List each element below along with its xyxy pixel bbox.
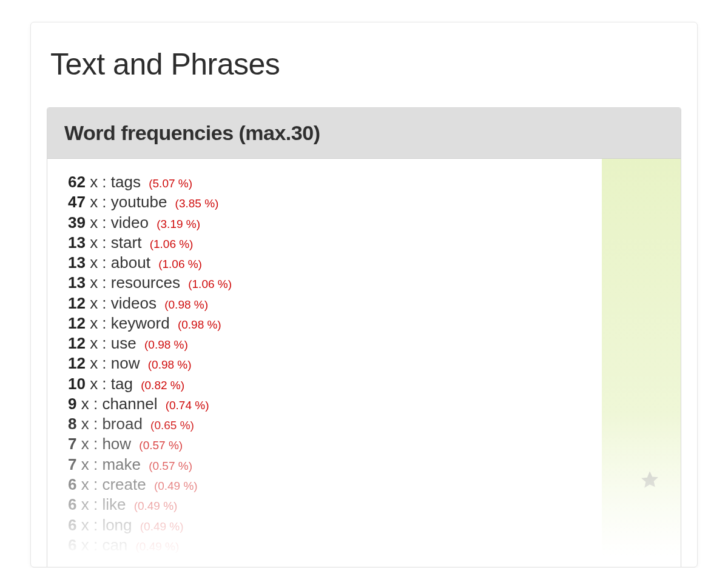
frequency-word: about xyxy=(111,253,150,272)
frequency-percent: (5.07 %) xyxy=(149,177,192,190)
frequency-word: channel xyxy=(102,395,157,413)
frequency-percent: (0.49 %) xyxy=(136,540,180,553)
frequency-separator: x : xyxy=(86,354,111,372)
frequency-row: 12 x : videos (0.98 %) xyxy=(68,293,596,313)
frequency-row: 8 x : broad (0.65 %) xyxy=(68,414,596,434)
frequency-count: 6 xyxy=(68,536,76,554)
frequency-percent: (0.49 %) xyxy=(140,520,184,533)
frequency-count: 12 xyxy=(68,334,86,352)
frequency-count: 10 xyxy=(68,375,86,393)
frequency-percent: (0.65 %) xyxy=(150,419,194,432)
frequency-percent: (3.19 %) xyxy=(157,218,200,230)
frequency-percent: (1.06 %) xyxy=(150,238,194,250)
frequency-row: 12 x : use (0.98 %) xyxy=(68,333,596,353)
frequency-word: use xyxy=(111,334,136,352)
frequency-row: 13 x : start (1.06 %) xyxy=(68,233,596,253)
panel-title: Word frequencies (max.30) xyxy=(47,108,681,159)
frequency-separator: x : xyxy=(86,334,111,352)
frequency-word: broad xyxy=(102,415,143,433)
frequency-separator: x : xyxy=(76,395,102,413)
word-frequencies-panel: Word frequencies (max.30) 62 x : tags (5… xyxy=(47,107,681,567)
frequency-word: video xyxy=(111,213,149,232)
frequency-percent: (1.06 %) xyxy=(158,258,202,270)
frequency-separator: x : xyxy=(86,294,111,312)
frequency-count: 6 xyxy=(68,495,76,513)
frequency-word: now xyxy=(111,354,140,372)
frequency-row: 6 x : can (0.49 %) xyxy=(68,535,596,555)
frequency-word: like xyxy=(102,495,126,513)
frequency-count: 47 xyxy=(68,193,86,211)
frequency-row: 6 x : create (0.49 %) xyxy=(68,475,596,495)
frequency-row: 6 x : like (0.49 %) xyxy=(68,495,596,515)
side-column xyxy=(602,159,681,567)
frequency-count: 6 xyxy=(68,475,76,493)
frequency-count: 12 xyxy=(68,294,86,312)
star-icon[interactable] xyxy=(639,469,660,490)
frequency-word: youtube xyxy=(111,193,167,211)
frequency-row: 12 x : now (0.98 %) xyxy=(68,353,596,373)
frequency-count: 13 xyxy=(68,273,86,292)
frequency-word: make xyxy=(102,455,141,473)
frequency-separator: x : xyxy=(86,213,111,232)
frequency-separator: x : xyxy=(86,173,111,191)
frequency-separator: x : xyxy=(86,193,111,211)
frequency-row: 9 x : channel (0.74 %) xyxy=(68,394,596,414)
frequency-list: 62 x : tags (5.07 %)47 x : youtube (3.85… xyxy=(47,159,602,567)
frequency-word: tag xyxy=(111,375,133,393)
frequency-word: long xyxy=(102,516,132,534)
frequency-count: 62 xyxy=(68,173,86,191)
frequency-count: 6 xyxy=(68,516,76,534)
frequency-separator: x : xyxy=(76,495,102,513)
frequency-word: tags xyxy=(111,173,141,191)
frequency-count: 8 xyxy=(68,415,76,433)
frequency-row: 7 x : make (0.57 %) xyxy=(68,455,596,475)
frequency-percent: (0.98 %) xyxy=(164,298,208,311)
frequency-percent: (0.57 %) xyxy=(149,459,192,472)
card: Text and Phrases Word frequencies (max.3… xyxy=(30,22,698,567)
frequency-word: start xyxy=(111,233,142,252)
frequency-word: videos xyxy=(111,294,157,312)
section-title: Text and Phrases xyxy=(31,22,697,94)
frequency-row: 10 x : tag (0.82 %) xyxy=(68,374,596,394)
frequency-count: 12 xyxy=(68,314,86,332)
frequency-separator: x : xyxy=(76,475,102,493)
frequency-count: 13 xyxy=(68,253,86,272)
frequency-separator: x : xyxy=(76,435,102,453)
frequency-count: 7 xyxy=(68,435,76,453)
frequency-row: 39 x : video (3.19 %) xyxy=(68,213,596,233)
frequency-word: create xyxy=(102,475,146,493)
frequency-percent: (0.98 %) xyxy=(178,318,221,331)
frequency-percent: (1.06 %) xyxy=(188,278,232,290)
frequency-word: how xyxy=(102,435,131,453)
frequency-separator: x : xyxy=(76,516,102,534)
frequency-separator: x : xyxy=(76,455,102,473)
frequency-row: 13 x : resources (1.06 %) xyxy=(68,273,596,293)
frequency-separator: x : xyxy=(86,233,111,252)
frequency-percent: (0.49 %) xyxy=(154,479,198,492)
frequency-separator: x : xyxy=(76,536,102,554)
frequency-percent: (3.85 %) xyxy=(175,197,219,210)
frequency-percent: (0.82 %) xyxy=(141,379,184,392)
frequency-separator: x : xyxy=(76,415,102,433)
frequency-row: 47 x : youtube (3.85 %) xyxy=(68,192,596,212)
frequency-row: 7 x : how (0.57 %) xyxy=(68,434,596,454)
frequency-word: keyword xyxy=(111,314,170,332)
frequency-count: 13 xyxy=(68,233,86,252)
frequency-count: 12 xyxy=(68,354,86,372)
frequency-row: 6 x : long (0.49 %) xyxy=(68,515,596,535)
frequency-separator: x : xyxy=(86,375,111,393)
frequency-separator: x : xyxy=(86,273,111,292)
frequency-row: 12 x : keyword (0.98 %) xyxy=(68,313,596,333)
frequency-percent: (0.98 %) xyxy=(148,358,192,371)
frequency-percent: (0.49 %) xyxy=(134,500,178,512)
frequency-separator: x : xyxy=(86,314,111,332)
frequency-percent: (0.98 %) xyxy=(144,338,188,351)
frequency-row: 13 x : about (1.06 %) xyxy=(68,253,596,273)
frequency-word: can xyxy=(102,536,127,554)
panel-body: 62 x : tags (5.07 %)47 x : youtube (3.85… xyxy=(47,159,681,567)
frequency-count: 9 xyxy=(68,395,76,413)
frequency-count: 39 xyxy=(68,213,86,232)
frequency-percent: (0.57 %) xyxy=(139,439,183,452)
frequency-separator: x : xyxy=(86,253,111,272)
frequency-word: resources xyxy=(111,273,180,292)
